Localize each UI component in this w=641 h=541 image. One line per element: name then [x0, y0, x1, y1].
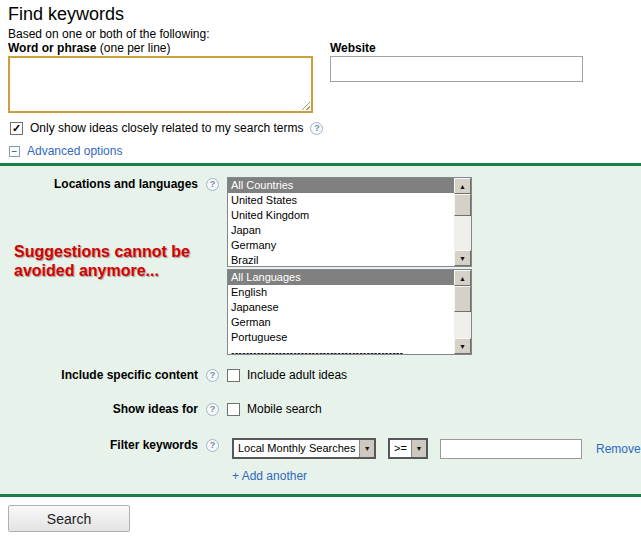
scrollbar[interactable]: ▲ ▼ — [454, 178, 471, 266]
help-icon[interactable]: ? — [206, 178, 219, 191]
listbox-option[interactable]: United Kingdom — [228, 208, 454, 223]
resize-grip-icon[interactable] — [300, 100, 310, 110]
adult-ideas-label: Include adult ideas — [247, 368, 347, 382]
languages-listbox[interactable]: All LanguagesEnglishJapaneseGermanPortug… — [227, 269, 472, 355]
include-content-label-row: Include specific content ? — [0, 368, 219, 382]
website-label: Website — [330, 41, 376, 55]
scroll-down-button[interactable]: ▼ — [454, 250, 471, 266]
annotation-line2: avoided anymore... — [14, 261, 190, 280]
mobile-search-option: Mobile search — [227, 402, 322, 416]
locations-languages-label-row: Locations and languages ? — [0, 177, 219, 191]
scroll-up-button[interactable]: ▲ — [454, 178, 471, 194]
listbox-option[interactable]: Japan — [228, 223, 454, 238]
filter-metric-select[interactable]: Local Monthly Searches ▼ — [232, 438, 376, 459]
listbox-option[interactable]: United States — [228, 193, 454, 208]
add-another-row: + Add another — [232, 466, 307, 484]
filter-value-input[interactable] — [440, 439, 582, 459]
listbox-option[interactable]: English — [228, 285, 454, 300]
listbox-option[interactable]: All Countries — [228, 178, 454, 193]
advanced-options-link[interactable]: Advanced options — [27, 144, 122, 158]
mobile-search-label: Mobile search — [247, 402, 322, 416]
advanced-options-panel: Locations and languages ? Suggestions ca… — [0, 163, 641, 497]
show-ideas-label: Show ideas for — [113, 402, 198, 416]
search-button[interactable]: Search — [8, 505, 130, 532]
listbox-option[interactable]: All Languages — [228, 270, 454, 285]
word-or-phrase-label: Word or phrase (one per line) — [8, 41, 171, 55]
languages-list: All LanguagesEnglishJapaneseGermanPortug… — [228, 270, 454, 354]
collapse-icon[interactable]: − — [9, 146, 20, 157]
help-icon[interactable]: ? — [206, 439, 219, 452]
locations-languages-label: Locations and languages — [54, 177, 198, 191]
listbox-option[interactable]: Portuguese — [228, 330, 454, 345]
show-ideas-label-row: Show ideas for ? — [0, 402, 219, 416]
mobile-search-checkbox[interactable] — [227, 403, 240, 416]
annotation-text: Suggestions cannot be avoided anymore... — [14, 242, 190, 280]
listbox-option[interactable]: Brazil — [228, 253, 454, 266]
scroll-up-icon: ▲ — [459, 275, 466, 282]
filter-keywords-label: Filter keywords — [110, 438, 198, 452]
filter-operator-value: >= — [390, 440, 411, 457]
adult-ideas-checkbox[interactable] — [227, 369, 240, 382]
scrollbar[interactable]: ▲ ▼ — [454, 270, 471, 354]
adult-ideas-option: Include adult ideas — [227, 368, 347, 382]
listbox-option[interactable]: Japanese — [228, 300, 454, 315]
scroll-up-icon: ▲ — [459, 183, 466, 190]
help-icon[interactable]: ? — [206, 369, 219, 382]
countries-list: All CountriesUnited StatesUnited Kingdom… — [228, 178, 454, 266]
countries-listbox[interactable]: All CountriesUnited StatesUnited Kingdom… — [227, 177, 472, 267]
filter-operator-select[interactable]: >= ▼ — [388, 438, 428, 459]
scroll-down-button[interactable]: ▼ — [454, 338, 471, 354]
scroll-down-icon: ▼ — [459, 343, 466, 350]
help-icon[interactable]: ? — [310, 122, 323, 135]
scroll-down-icon: ▼ — [459, 255, 466, 262]
dropdown-arrow-icon[interactable]: ▼ — [411, 440, 426, 457]
filter-metric-value: Local Monthly Searches — [234, 440, 359, 457]
advanced-options-toggle[interactable]: − Advanced options — [9, 144, 122, 158]
help-icon[interactable]: ? — [206, 403, 219, 416]
word-or-phrase-hint: (one per line) — [100, 41, 171, 55]
word-or-phrase-label-bold: Word or phrase — [8, 41, 96, 55]
related-terms-label: Only show ideas closely related to my se… — [30, 121, 303, 135]
filter-keywords-label-row: Filter keywords ? — [0, 438, 219, 452]
annotation-line1: Suggestions cannot be — [14, 242, 190, 261]
related-terms-row: ✓ Only show ideas closely related to my … — [10, 121, 323, 135]
scroll-thumb[interactable] — [454, 286, 471, 312]
filter-controls: Local Monthly Searches ▼ >= ▼ Remove — [232, 438, 641, 459]
related-terms-checkbox[interactable]: ✓ — [10, 122, 23, 135]
find-keywords-screen: Find keywords Based on one or both of th… — [0, 0, 641, 541]
remove-filter-link[interactable]: Remove — [596, 442, 641, 456]
page-subtitle: Based on one or both of the following: — [8, 27, 209, 41]
page-title: Find keywords — [8, 4, 124, 25]
listbox-option[interactable]: Germany — [228, 238, 454, 253]
word-or-phrase-textarea[interactable] — [8, 56, 313, 113]
listbox-option[interactable]: ----------------------------------------… — [228, 345, 454, 354]
dropdown-arrow-icon[interactable]: ▼ — [359, 440, 374, 457]
add-another-link[interactable]: + Add another — [232, 469, 307, 483]
website-input[interactable] — [330, 56, 583, 82]
scroll-thumb[interactable] — [454, 194, 471, 216]
scroll-up-button[interactable]: ▲ — [454, 270, 471, 286]
include-content-label: Include specific content — [61, 368, 198, 382]
listbox-option[interactable]: German — [228, 315, 454, 330]
